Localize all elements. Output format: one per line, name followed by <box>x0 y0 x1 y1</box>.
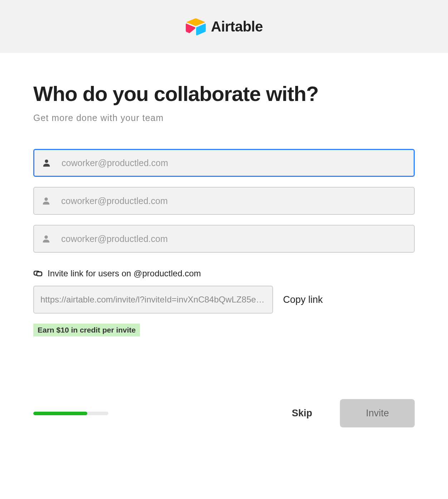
person-icon <box>41 234 51 244</box>
copy-link-button[interactable]: Copy link <box>283 294 323 305</box>
invite-link-row: Copy link <box>33 286 415 314</box>
page-title: Who do you collaborate with? <box>33 82 415 106</box>
email-input-row-3[interactable] <box>33 225 415 253</box>
svg-rect-10 <box>37 272 42 276</box>
header: Airtable <box>0 0 448 53</box>
progress-fill <box>33 412 87 415</box>
svg-point-8 <box>44 236 48 239</box>
email-input-row-1[interactable] <box>33 149 415 177</box>
skip-button[interactable]: Skip <box>292 408 312 419</box>
person-icon <box>42 158 52 168</box>
email-input-row-2[interactable] <box>33 187 415 215</box>
person-icon <box>41 196 51 206</box>
airtable-logo-icon <box>185 18 206 35</box>
credit-badge: Earn $10 in credit per invite <box>33 324 140 336</box>
footer: Skip Invite <box>33 345 415 427</box>
invite-button[interactable]: Invite <box>340 399 415 427</box>
email-field-3[interactable] <box>51 234 407 244</box>
email-field-2[interactable] <box>51 196 407 206</box>
main-content: Who do you collaborate with? Get more do… <box>0 53 448 354</box>
progress-bar <box>33 412 108 415</box>
page-subtitle: Get more done with your team <box>33 113 415 123</box>
invite-link-header: Invite link for users on @productled.com <box>33 268 415 278</box>
footer-buttons: Skip Invite <box>292 399 415 427</box>
invite-link-section: Invite link for users on @productled.com… <box>33 268 415 314</box>
svg-point-6 <box>45 160 48 163</box>
svg-point-7 <box>44 198 48 201</box>
brand-name: Airtable <box>211 19 263 35</box>
email-inputs-group <box>33 149 415 253</box>
invite-link-field[interactable] <box>33 286 273 314</box>
email-field-1[interactable] <box>52 158 406 168</box>
link-icon <box>33 269 43 278</box>
invite-link-label: Invite link for users on @productled.com <box>48 268 201 278</box>
logo: Airtable <box>185 18 263 35</box>
